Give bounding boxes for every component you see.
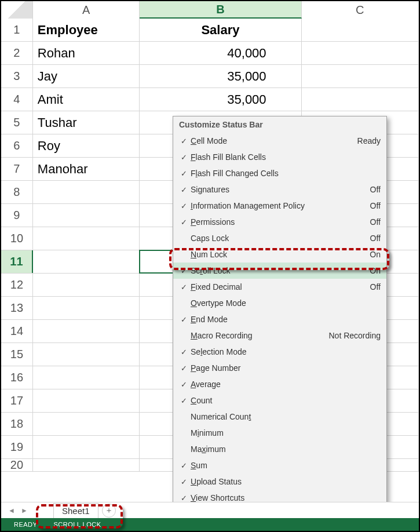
menu-item-label: Permissions: [191, 217, 370, 227]
row-header[interactable]: 14: [1, 320, 33, 342]
menu-item[interactable]: ✓Flash Fill Changed Cells: [173, 165, 386, 181]
menu-item[interactable]: ✓Fixed DecimalOff: [173, 279, 386, 295]
menu-item[interactable]: ✓SignaturesOff: [173, 181, 386, 198]
menu-item-label: End Mode: [191, 315, 381, 324]
menu-item[interactable]: ✓Selection Mode: [173, 344, 386, 360]
status-bar[interactable]: READY SCROLL LOCK: [1, 518, 419, 531]
cell[interactable]: [33, 413, 140, 435]
cell[interactable]: [33, 366, 140, 389]
menu-item-label: Caps Lock: [191, 234, 370, 243]
row-header[interactable]: 8: [1, 181, 33, 203]
check-icon: ✓: [177, 380, 191, 389]
menu-item[interactable]: ✓Information Management PolicyOff: [173, 198, 386, 214]
menu-item-label: Information Management Policy: [191, 201, 370, 210]
row-header[interactable]: 12: [1, 274, 33, 296]
cell[interactable]: Rohan: [33, 42, 140, 64]
cell[interactable]: 40,000: [140, 42, 301, 64]
row-header[interactable]: 4: [1, 88, 33, 111]
row-header[interactable]: 11: [1, 250, 33, 273]
column-header-b[interactable]: B: [140, 1, 301, 19]
cell[interactable]: Salary: [140, 19, 301, 41]
menu-item[interactable]: ✓Scroll LockOn: [173, 263, 386, 279]
menu-item-label: Cell Mode: [191, 136, 357, 145]
menu-item[interactable]: ✓Sum: [173, 457, 386, 473]
row-header[interactable]: 18: [1, 413, 33, 435]
tab-nav[interactable]: ◄ ►: [1, 507, 53, 515]
menu-item-value: Off: [370, 234, 381, 243]
add-sheet-button[interactable]: ＋: [102, 504, 116, 518]
cell[interactable]: 35,000: [140, 65, 301, 88]
menu-item[interactable]: Caps LockOff: [173, 230, 386, 246]
cell[interactable]: [33, 181, 140, 203]
cell[interactable]: [33, 343, 140, 366]
row-header[interactable]: 10: [1, 227, 33, 250]
menu-item-label: Macro Recording: [191, 331, 329, 340]
menu-item-label: Scroll Lock: [191, 266, 370, 275]
row-header[interactable]: 20: [1, 459, 33, 471]
row-header[interactable]: 6: [1, 134, 33, 157]
menu-item-value: On: [370, 250, 381, 259]
menu-item[interactable]: Macro RecordingNot Recording: [173, 327, 386, 344]
check-icon: ✓: [177, 137, 191, 145]
check-icon: ✓: [177, 153, 191, 162]
menu-item[interactable]: Minimum: [173, 425, 386, 441]
cell[interactable]: Tushar: [33, 111, 140, 134]
row-header[interactable]: 16: [1, 366, 33, 389]
row-header[interactable]: 19: [1, 436, 33, 458]
row-header[interactable]: 2: [1, 42, 33, 64]
row-header[interactable]: 15: [1, 343, 33, 366]
cell[interactable]: Employee: [33, 19, 140, 41]
menu-item[interactable]: ✓PermissionsOff: [173, 214, 386, 230]
menu-item[interactable]: ✓Upload Status: [173, 473, 386, 490]
check-icon: ✓: [177, 185, 191, 194]
menu-item-label: Minimum: [191, 428, 381, 438]
cell[interactable]: [33, 204, 140, 227]
cell[interactable]: Jay: [33, 65, 140, 88]
row-header[interactable]: 1: [1, 19, 33, 41]
cell[interactable]: [302, 19, 419, 41]
check-icon: ✓: [177, 478, 191, 486]
menu-item[interactable]: ✓Flash Fill Blank Cells: [173, 149, 386, 165]
menu-item[interactable]: Num LockOn: [173, 246, 386, 263]
cell[interactable]: [33, 389, 140, 412]
menu-item-value: Ready: [357, 136, 381, 145]
menu-item[interactable]: ✓End Mode: [173, 311, 386, 327]
menu-item[interactable]: ✓Average: [173, 376, 386, 392]
cell[interactable]: Roy: [33, 134, 140, 157]
menu-item[interactable]: ✓Cell ModeReady: [173, 133, 386, 149]
row-header[interactable]: 9: [1, 204, 33, 227]
column-header-a[interactable]: A: [33, 1, 140, 19]
menu-item[interactable]: ✓Count: [173, 392, 386, 409]
menu-item[interactable]: Overtype Mode: [173, 295, 386, 311]
cell[interactable]: [33, 274, 140, 296]
row-header[interactable]: 17: [1, 389, 33, 412]
cell[interactable]: [302, 88, 419, 111]
menu-item-value: Off: [370, 217, 381, 227]
select-all-corner[interactable]: [1, 1, 33, 19]
menu-item[interactable]: Maximum: [173, 441, 386, 457]
cell[interactable]: [302, 65, 419, 88]
cell[interactable]: [33, 297, 140, 319]
grid-row: 3Jay35,000: [1, 65, 419, 88]
cell[interactable]: [33, 227, 140, 250]
cell[interactable]: [33, 250, 140, 273]
row-header[interactable]: 13: [1, 297, 33, 319]
column-header-c[interactable]: C: [302, 1, 419, 19]
row-header[interactable]: 7: [1, 158, 33, 180]
cell[interactable]: 35,000: [140, 88, 301, 111]
menu-item-label: Average: [191, 380, 381, 389]
sheet-tab[interactable]: Sheet1: [53, 503, 98, 518]
menu-item[interactable]: Numerical Count: [173, 409, 386, 425]
status-scroll-lock: SCROLL LOCK: [45, 521, 109, 528]
cell[interactable]: Manohar: [33, 158, 140, 180]
row-header[interactable]: 5: [1, 111, 33, 134]
cell[interactable]: [33, 436, 140, 458]
cell[interactable]: [302, 42, 419, 64]
cell[interactable]: [33, 459, 140, 471]
check-icon: ✓: [177, 494, 191, 502]
check-icon: ✓: [177, 315, 191, 324]
menu-item[interactable]: ✓Page Number: [173, 360, 386, 376]
row-header[interactable]: 3: [1, 65, 33, 88]
cell[interactable]: Amit: [33, 88, 140, 111]
cell[interactable]: [33, 320, 140, 342]
